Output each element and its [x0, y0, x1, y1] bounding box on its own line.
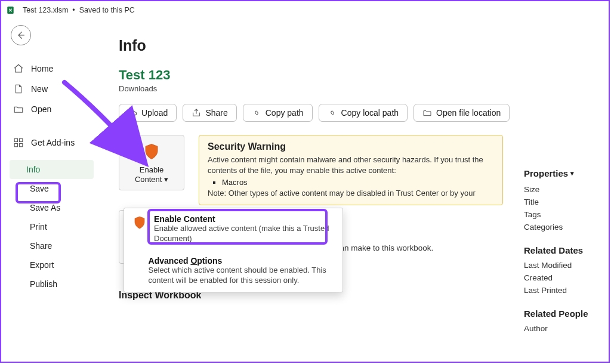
back-button[interactable]	[11, 25, 31, 45]
prop-last-modified: Last Modified	[524, 259, 600, 272]
copy-local-path-button[interactable]: Copy local path	[319, 104, 408, 122]
shield-icon	[143, 143, 161, 163]
share-button[interactable]: Share	[183, 104, 236, 122]
popup-advanced-options[interactable]: Advanced Options Select which active con…	[124, 250, 342, 292]
popup-enable-desc: Enable allowed active content (make this…	[154, 224, 334, 244]
nav-addins[interactable]: Get Add-ins	[10, 132, 94, 153]
prop-created: Created	[524, 272, 600, 284]
related-dates-header: Related Dates	[524, 245, 600, 255]
enable-content-tile[interactable]: Enable Content ▾	[119, 135, 184, 190]
nav-label: Open	[31, 104, 51, 114]
nav-home[interactable]: Home	[10, 58, 94, 79]
enable-content-dropdown: Enable Content Enable allowed active con…	[124, 208, 343, 292]
tile-label: Enable Content ▾	[135, 165, 168, 185]
nav-label: Export	[30, 260, 54, 270]
nav-info[interactable]: Info	[10, 160, 94, 179]
svg-rect-4	[20, 144, 23, 147]
nav-label: Share	[30, 241, 52, 251]
prop-title[interactable]: Title	[524, 196, 600, 208]
nav-label: Home	[31, 64, 53, 73]
nav-print[interactable]: Print	[26, 217, 94, 236]
nav-new[interactable]: New	[10, 79, 94, 99]
warning-body: Active content might contain malware and…	[208, 155, 494, 175]
prop-size[interactable]: Size	[524, 183, 600, 196]
nav-label: Save As	[30, 203, 60, 212]
nav-label: Print	[30, 222, 47, 232]
prop-last-printed: Last Printed	[524, 284, 600, 297]
folder-icon	[422, 108, 432, 118]
link-icon	[252, 108, 261, 118]
arrow-left-icon	[16, 30, 26, 40]
prop-author[interactable]: Author	[524, 322, 600, 335]
nav-save[interactable]: Save	[26, 179, 94, 198]
nav-label: Info	[26, 165, 40, 174]
chevron-down-icon: ▾	[164, 175, 168, 184]
button-label: Copy path	[266, 108, 304, 118]
button-label: Share	[205, 108, 227, 118]
nav-saveas[interactable]: Save As	[26, 198, 94, 217]
button-label: Upload	[141, 108, 168, 118]
action-buttons: Upload Share Copy path Copy local path O…	[119, 104, 609, 122]
nav-label: Get Add-ins	[31, 138, 75, 147]
copy-path-button[interactable]: Copy path	[243, 104, 313, 122]
warning-title: Security Warning	[208, 141, 494, 152]
addins-icon	[13, 137, 24, 148]
security-warning-box: Security Warning Active content might co…	[199, 135, 503, 205]
button-label: Open file location	[436, 108, 501, 118]
prop-categories[interactable]: Categories	[524, 221, 600, 233]
home-icon	[13, 63, 24, 74]
related-people-header: Related People	[524, 309, 600, 319]
link-icon	[328, 108, 337, 118]
excel-icon	[6, 5, 17, 16]
chevron-down-icon: ▾	[570, 169, 574, 177]
popup-enable-title: Enable Content	[154, 214, 334, 224]
open-file-location-button[interactable]: Open file location	[413, 104, 510, 122]
nav-label: Publish	[30, 279, 57, 289]
nav-export[interactable]: Export	[26, 255, 94, 274]
upload-icon	[128, 108, 137, 118]
titlebar: Test 123.xlsm • Saved to this PC	[1, 1, 609, 19]
popup-advanced-desc: Select which active content should be en…	[149, 266, 334, 286]
properties-header[interactable]: Properties ▾	[524, 168, 600, 178]
nav-open[interactable]: Open	[10, 99, 94, 119]
button-label: Copy local path	[341, 108, 399, 118]
doc-location[interactable]: Downloads	[119, 84, 609, 93]
doc-title: Test 123	[119, 67, 609, 83]
warning-bullet: Macros	[222, 178, 494, 187]
properties-panel: Properties ▾ Size Title Tags Categories …	[524, 168, 600, 335]
sidebar: Home New Open Get Add-ins Info Save Sa	[1, 19, 94, 362]
folder-open-icon	[13, 104, 24, 115]
svg-rect-2	[20, 138, 23, 141]
nav-label: New	[31, 84, 48, 94]
warning-note: Note: Other types of active content may …	[208, 188, 494, 199]
shield-icon	[132, 214, 147, 244]
nav-share[interactable]: Share	[26, 236, 94, 255]
prop-tags[interactable]: Tags	[524, 208, 600, 221]
share-icon	[192, 108, 201, 118]
svg-rect-3	[14, 144, 17, 147]
page-title: Info	[119, 37, 609, 54]
main: Info Test 123 Downloads Upload Share Cop…	[94, 19, 609, 362]
nav-label: Save	[30, 184, 49, 193]
file-icon	[13, 84, 24, 94]
popup-advanced-title: Advanced Options	[149, 256, 334, 266]
svg-rect-1	[14, 138, 17, 141]
nav-publish[interactable]: Publish	[26, 274, 94, 294]
popup-enable-content[interactable]: Enable Content Enable allowed active con…	[124, 208, 342, 250]
titlebar-filename: Test 123.xlsm • Saved to this PC	[23, 6, 135, 14]
upload-button[interactable]: Upload	[119, 104, 177, 122]
